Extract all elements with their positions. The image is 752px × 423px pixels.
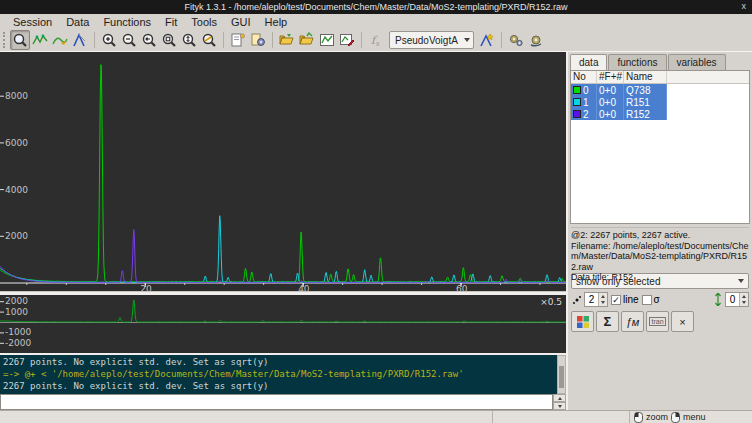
sigma-icon: Σ [604, 314, 612, 329]
zoom-in-button[interactable] [99, 30, 119, 50]
colors-button[interactable] [571, 311, 594, 332]
auto-add-peak-button[interactable] [477, 30, 497, 50]
col-header-no[interactable]: No [571, 71, 597, 83]
gear-undo-icon [528, 32, 544, 48]
toolbar-drag-handle[interactable] [3, 32, 7, 48]
point-size-icon [571, 294, 581, 306]
chart-frame-icon [319, 32, 335, 48]
show-mode-dropdown[interactable]: show only selected [571, 273, 749, 289]
axis-tick-label: -2000 [5, 339, 31, 348]
shift-spinner[interactable]: 0 [725, 292, 749, 307]
transform-button[interactable]: tran [646, 311, 669, 332]
close-button[interactable]: x [742, 1, 747, 11]
menu-bar: SessionDataFunctionsFitToolsGUIHelp [0, 14, 752, 29]
data-points-icon [32, 32, 48, 48]
point-size-spinner[interactable]: 2 [584, 292, 608, 307]
triangle-up-icon [742, 295, 746, 298]
zoom-out-button[interactable] [119, 30, 139, 50]
chart-edit-icon [339, 32, 355, 48]
defined-functions-button[interactable]: fx [366, 30, 386, 50]
dataset-color-swatch [573, 86, 581, 94]
col-header-name[interactable]: Name [624, 71, 667, 83]
add-peak-mode-button[interactable] [70, 30, 90, 50]
line-checkbox[interactable]: ✓ line [611, 294, 639, 305]
menu-functions[interactable]: Functions [96, 15, 158, 29]
col-header-functions[interactable]: #F+# [597, 71, 624, 83]
fm-icon: ƒᴍ [626, 316, 640, 328]
zoom-all-button[interactable] [199, 30, 219, 50]
menu-help[interactable]: Help [258, 15, 295, 29]
console-scrollbar-thumb[interactable] [559, 366, 564, 388]
sigma-checkbox[interactable]: σ [642, 294, 660, 305]
function-type-dropdown[interactable]: PseudoVoigtA [389, 31, 474, 49]
status-section-coords [0, 411, 493, 423]
magnifier-plus-icon [101, 32, 117, 48]
menu-data[interactable]: Data [59, 15, 96, 29]
console-scrollbar[interactable] [557, 355, 566, 394]
open-session-button[interactable] [277, 30, 297, 50]
shift-value: 0 [726, 294, 739, 305]
axis-tick-label: 8000 [5, 92, 28, 101]
vertical-zoom-button[interactable] [179, 30, 199, 50]
data-curve [0, 216, 566, 283]
console-line-output: 2267 points. No explicit std. dev. Set a… [3, 356, 554, 368]
triangle-down-icon [558, 405, 562, 408]
color-grid-icon [576, 315, 590, 329]
open-folder-data-icon [299, 32, 315, 48]
menu-tools[interactable]: Tools [184, 15, 224, 29]
zoom-mode-button[interactable] [10, 30, 30, 50]
cell-functions: 0+0 [597, 84, 624, 96]
tab-variables[interactable]: variables [668, 54, 726, 70]
dataset-list-header: No #F+# Name [571, 71, 749, 84]
background-mode-button[interactable] [50, 30, 70, 50]
show-mode-value: show only selected [576, 276, 661, 287]
function-view-button[interactable]: ƒᴍ [621, 311, 644, 332]
main-plot[interactable]: 2040602000400060008000 [0, 52, 566, 291]
toolbar-separator [272, 32, 273, 48]
magnifier-back-icon [141, 32, 157, 48]
tab-functions[interactable]: functions [608, 54, 666, 70]
data-editor-button[interactable] [337, 30, 357, 50]
dataset-color-swatch [573, 110, 581, 118]
close-icon: × [679, 316, 685, 328]
history-down-button[interactable] [553, 402, 566, 410]
dataset-row-R151[interactable]: 10+0R151 [571, 96, 667, 108]
previous-zoom-button[interactable] [139, 30, 159, 50]
magnifier-icon [12, 32, 28, 48]
history-up-button[interactable] [553, 394, 566, 402]
auxiliary-plot[interactable]: ×0.5 20001000-1000-2000 [0, 295, 566, 353]
sum-button[interactable]: Σ [596, 311, 619, 332]
chevron-down-icon [738, 279, 744, 283]
dataset-row-R152[interactable]: 20+0R152 [571, 108, 667, 120]
menu-session[interactable]: Session [6, 15, 59, 29]
undo-fit-button[interactable] [526, 30, 546, 50]
tab-data[interactable]: data [570, 54, 607, 70]
axis-tick-label: 4000 [5, 186, 28, 195]
magnifier-reset-icon [161, 32, 177, 48]
save-image-button[interactable] [317, 30, 337, 50]
open-data-button[interactable] [297, 30, 317, 50]
delete-dataset-button[interactable]: × [671, 311, 694, 332]
output-console: 2267 points. No explicit std. dev. Set a… [0, 355, 557, 394]
execute-script-button[interactable] [248, 30, 268, 50]
data-range-mode-button[interactable] [30, 30, 50, 50]
gears-icon [508, 32, 524, 48]
zoom-100-button[interactable] [159, 30, 179, 50]
checkbox-checked-icon: ✓ [611, 295, 621, 305]
spin-down-button[interactable] [599, 300, 607, 307]
info-filename: Filename: /home/aleplo/test/Documents/Ch… [571, 241, 749, 273]
open-folder-icon [279, 32, 295, 48]
window-title: Fityk 1.3.1 - /home/aleplo/test/Document… [184, 2, 567, 12]
script-page-icon [230, 32, 246, 48]
run-fit-button[interactable] [506, 30, 526, 50]
dataset-row-Q738[interactable]: 00+0Q738 [571, 84, 667, 96]
menu-fit[interactable]: Fit [158, 15, 184, 29]
spin-down-button[interactable] [740, 300, 748, 307]
menu-gui[interactable]: GUI [224, 15, 258, 29]
toolbar-separator [223, 32, 224, 48]
toolbar-separator [501, 32, 502, 48]
script-editor-button[interactable] [228, 30, 248, 50]
command-input[interactable] [0, 394, 553, 410]
dataset-info: @2: 2267 points, 2267 active. Filename: … [571, 227, 749, 271]
sigma-checkbox-label: σ [654, 294, 660, 305]
